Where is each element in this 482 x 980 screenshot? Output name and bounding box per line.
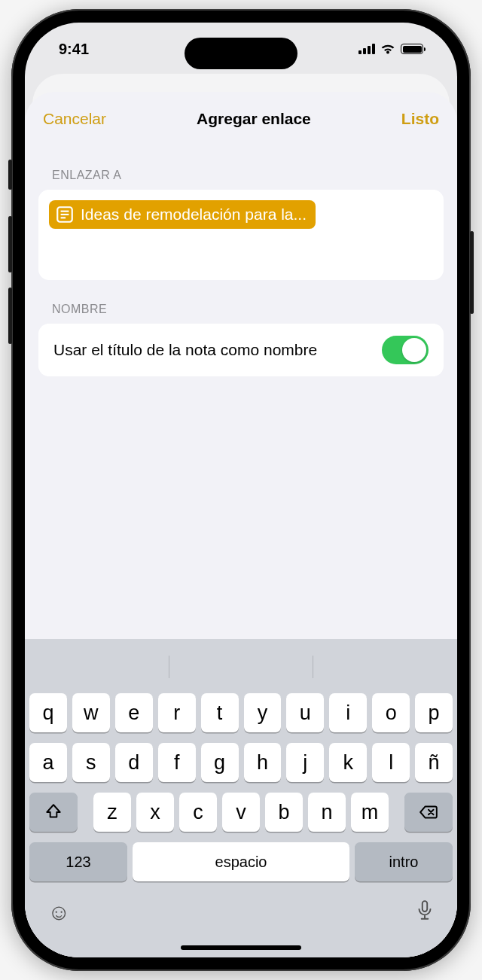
add-link-sheet: Cancelar Agregar enlace Listo ENLAZAR A …	[25, 92, 457, 957]
key-s[interactable]: s	[72, 743, 110, 782]
battery-icon	[401, 44, 423, 54]
key-j[interactable]: j	[286, 743, 324, 782]
cancel-button[interactable]: Cancelar	[43, 110, 106, 128]
key-l[interactable]: l	[372, 743, 410, 782]
mode-switch-key[interactable]: 123	[29, 842, 127, 881]
keyboard[interactable]: qwertyuiop asdfghjklñ zxcvbnm 123 es	[25, 639, 457, 957]
side-button	[8, 216, 12, 272]
screen: 9:41 Cancelar Agregar enlace Listo ENLAZ…	[25, 23, 457, 957]
status-indicators	[358, 44, 423, 55]
side-button	[8, 160, 12, 190]
done-button[interactable]: Listo	[401, 110, 439, 128]
status-time: 9:41	[59, 41, 89, 58]
use-title-toggle-row: Usar el título de la nota como nombre	[38, 324, 444, 376]
key-q[interactable]: q	[29, 693, 67, 732]
key-b[interactable]: b	[265, 793, 303, 832]
selected-note-chip[interactable]: Ideas de remodelación para la...	[49, 200, 316, 229]
key-i[interactable]: i	[329, 693, 367, 732]
key-k[interactable]: k	[329, 743, 367, 782]
key-n[interactable]: n	[308, 793, 346, 832]
key-u[interactable]: u	[286, 693, 324, 732]
key-x[interactable]: x	[136, 793, 174, 832]
dynamic-island	[185, 38, 297, 69]
key-h[interactable]: h	[244, 743, 282, 782]
link-to-section-label: ENLAZAR A	[25, 146, 457, 190]
emoji-key-icon[interactable]: ☺	[47, 899, 71, 927]
svg-rect-4	[423, 901, 427, 912]
side-button	[470, 231, 474, 314]
suggestion-bar[interactable]	[25, 648, 457, 686]
sheet-title: Agregar enlace	[197, 110, 311, 128]
name-section-label: NOMBRE	[25, 280, 457, 324]
key-c[interactable]: c	[179, 793, 217, 832]
key-g[interactable]: g	[201, 743, 239, 782]
key-r[interactable]: r	[158, 693, 196, 732]
switch-knob	[402, 338, 426, 362]
enter-key[interactable]: intro	[355, 842, 453, 881]
link-target-field[interactable]: Ideas de remodelación para la...	[38, 190, 444, 280]
key-o[interactable]: o	[372, 693, 410, 732]
key-y[interactable]: y	[244, 693, 282, 732]
key-t[interactable]: t	[201, 693, 239, 732]
key-d[interactable]: d	[115, 743, 153, 782]
key-f[interactable]: f	[158, 743, 196, 782]
key-ñ[interactable]: ñ	[415, 743, 453, 782]
key-p[interactable]: p	[415, 693, 453, 732]
key-e[interactable]: e	[115, 693, 153, 732]
key-a[interactable]: a	[29, 743, 67, 782]
side-button	[8, 288, 12, 344]
delete-key[interactable]	[404, 793, 453, 832]
name-option-card: Usar el título de la nota como nombre	[38, 324, 444, 376]
key-z[interactable]: z	[93, 793, 131, 832]
note-icon	[55, 205, 75, 224]
iphone-frame: 9:41 Cancelar Agregar enlace Listo ENLAZ…	[11, 9, 471, 971]
key-m[interactable]: m	[351, 793, 389, 832]
key-w[interactable]: w	[72, 693, 110, 732]
cellular-signal-icon	[358, 44, 375, 54]
home-indicator[interactable]	[181, 945, 301, 950]
use-title-switch[interactable]	[382, 336, 429, 364]
key-v[interactable]: v	[222, 793, 260, 832]
wifi-icon	[380, 44, 395, 55]
toggle-label: Usar el título de la nota como nombre	[53, 340, 370, 360]
space-key[interactable]: espacio	[133, 842, 349, 881]
shift-key[interactable]	[29, 793, 78, 832]
dictation-key-icon[interactable]	[415, 899, 435, 927]
sheet-header: Cancelar Agregar enlace Listo	[25, 92, 457, 146]
chip-label: Ideas de remodelación para la...	[81, 205, 307, 224]
